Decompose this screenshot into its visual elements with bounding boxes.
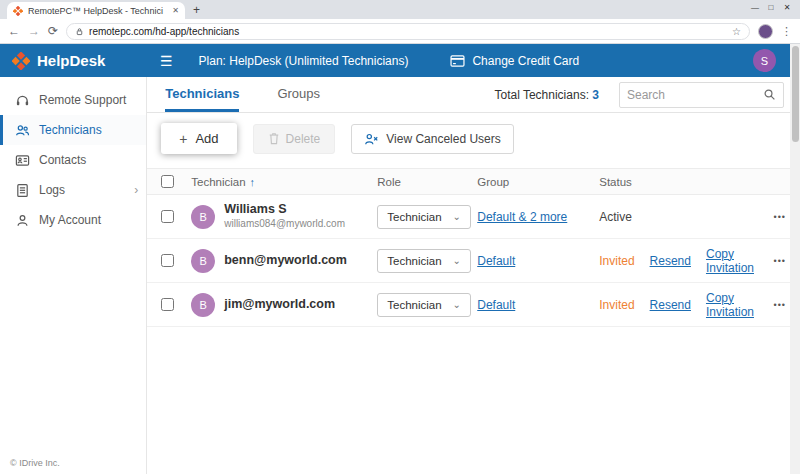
- sidebar-item-label: Technicians: [39, 123, 102, 137]
- back-icon[interactable]: ←: [8, 25, 20, 37]
- sidebar-item-my-account[interactable]: My Account: [0, 205, 146, 235]
- search-input[interactable]: [627, 88, 757, 102]
- minimize-button[interactable]: —: [747, 1, 763, 15]
- role-dropdown[interactable]: Technician⌄: [377, 249, 471, 273]
- group-link[interactable]: Default & 2 more: [477, 210, 567, 224]
- main-content: Technicians Groups Total Technicians: 3: [147, 77, 800, 474]
- delete-button[interactable]: Delete: [253, 124, 336, 154]
- forward-icon[interactable]: →: [28, 25, 40, 37]
- window-controls: — □ ✕: [747, 1, 795, 15]
- avatar: B: [191, 293, 215, 317]
- technician-name: Williams S: [224, 202, 345, 218]
- technician-cell: B jim@myworld.com: [191, 293, 377, 317]
- view-canceled-users-button[interactable]: View Canceled Users: [351, 124, 514, 154]
- tab-groups[interactable]: Groups: [277, 77, 320, 112]
- row-menu-icon[interactable]: •••: [754, 256, 794, 266]
- logs-icon: [15, 183, 30, 198]
- chevron-right-icon: ›: [134, 183, 138, 197]
- browser-menu-icon[interactable]: ⋮: [781, 25, 792, 38]
- role-dropdown[interactable]: Technician⌄: [377, 293, 471, 317]
- row-checkbox[interactable]: [161, 254, 174, 267]
- sort-asc-icon[interactable]: ↑: [250, 176, 256, 188]
- browser-profile-avatar[interactable]: [758, 24, 773, 39]
- sidebar-item-label: Contacts: [39, 153, 86, 167]
- maximize-button[interactable]: □: [763, 1, 779, 15]
- table-row: B Williams S williams084@myworld.com Tec…: [147, 195, 800, 239]
- page-scrollbar: [790, 44, 800, 474]
- total-label: Total Technicians:: [494, 88, 589, 102]
- resend-link[interactable]: Resend: [650, 254, 691, 268]
- technician-cell: B Williams S williams084@myworld.com: [191, 202, 377, 230]
- table-header: Technician↑ Role Group Status: [147, 168, 800, 195]
- view-canceled-label: View Canceled Users: [386, 132, 501, 146]
- delete-label: Delete: [286, 132, 321, 146]
- sidebar-item-contacts[interactable]: Contacts: [0, 145, 146, 175]
- select-all-checkbox[interactable]: [161, 175, 174, 188]
- url-text: remotepc.com/hd-app/technicians: [89, 26, 727, 37]
- bookmark-star-icon[interactable]: ☆: [732, 26, 741, 37]
- sidebar-item-label: Logs: [39, 183, 65, 197]
- brand: HelpDesk: [0, 52, 148, 70]
- tabs-right: Total Technicians: 3: [494, 77, 800, 112]
- add-label: Add: [195, 131, 218, 146]
- plus-icon: +: [179, 132, 187, 146]
- search-icon[interactable]: [763, 88, 776, 101]
- chevron-down-icon: ⌄: [453, 302, 461, 308]
- col-technician[interactable]: Technician↑: [191, 176, 377, 188]
- tab-technicians[interactable]: Technicians: [165, 77, 239, 112]
- change-credit-card-button[interactable]: Change Credit Card: [450, 54, 579, 68]
- role-value: Technician: [387, 255, 441, 267]
- browser-tab[interactable]: RemotePC™ HelpDesk - Technici ✕: [7, 2, 185, 19]
- hamburger-menu-icon[interactable]: ☰: [160, 54, 173, 68]
- add-button[interactable]: + Add: [161, 123, 236, 154]
- technicians-icon: [15, 123, 30, 138]
- sidebar-item-label: Remote Support: [39, 93, 126, 107]
- status-text: Invited: [599, 254, 634, 268]
- copy-invitation-link[interactable]: Copy Invitation: [706, 247, 754, 275]
- new-tab-button[interactable]: +: [193, 3, 200, 17]
- browser-tabstrip: RemotePC™ HelpDesk - Technici ✕ + — □ ✕: [0, 0, 800, 19]
- account-avatar[interactable]: S: [753, 49, 776, 72]
- close-button[interactable]: ✕: [779, 1, 795, 15]
- table-row: B jim@myworld.com Technician⌄ Default In…: [147, 283, 800, 327]
- row-checkbox[interactable]: [161, 298, 174, 311]
- search-box: [619, 82, 784, 108]
- trash-icon: [268, 132, 280, 145]
- browser-window: RemotePC™ HelpDesk - Technici ✕ + — □ ✕ …: [0, 0, 800, 474]
- headset-icon: [15, 93, 30, 108]
- row-menu-icon[interactable]: •••: [754, 300, 794, 310]
- copy-invitation-link[interactable]: Copy Invitation: [706, 291, 754, 319]
- role-dropdown[interactable]: Technician⌄: [377, 205, 471, 229]
- copyright: © IDrive Inc.: [10, 458, 60, 468]
- refresh-icon[interactable]: ⟳: [48, 25, 58, 37]
- sidebar-item-remote-support[interactable]: Remote Support: [0, 85, 146, 115]
- row-checkbox[interactable]: [161, 210, 174, 223]
- col-group: Group: [477, 176, 599, 188]
- address-bar[interactable]: remotepc.com/hd-app/technicians ☆: [66, 23, 750, 40]
- status-text: Invited: [599, 298, 634, 312]
- scrollbar-thumb[interactable]: [792, 46, 799, 142]
- technician-name: benn@myworld.com: [224, 253, 347, 269]
- role-value: Technician: [387, 211, 441, 223]
- chevron-down-icon: ⌄: [453, 258, 461, 264]
- brand-name: HelpDesk: [37, 52, 105, 69]
- helpdesk-app: HelpDesk ☰ Plan: HelpDesk (Unlimited Tec…: [0, 44, 800, 474]
- row-menu-icon[interactable]: •••: [754, 212, 794, 222]
- helpdesk-logo-icon: [12, 52, 30, 70]
- group-link[interactable]: Default: [477, 298, 515, 312]
- total-value: 3: [592, 88, 599, 102]
- tab-close-icon[interactable]: ✕: [172, 6, 179, 15]
- group-link[interactable]: Default: [477, 254, 515, 268]
- browser-toolbar: ← → ⟳ remotepc.com/hd-app/technicians ☆ …: [0, 19, 800, 44]
- technician-name: jim@myworld.com: [224, 297, 335, 313]
- sidebar: Remote Support Technicians Contacts Logs…: [0, 77, 147, 474]
- content-tabs: Technicians Groups Total Technicians: 3: [147, 77, 800, 113]
- technician-cell: B benn@myworld.com: [191, 249, 377, 273]
- sidebar-item-logs[interactable]: Logs ›: [0, 175, 146, 205]
- app-body: Remote Support Technicians Contacts Logs…: [0, 77, 800, 474]
- account-icon: [15, 213, 30, 228]
- sidebar-item-label: My Account: [39, 213, 101, 227]
- canceled-user-icon: [364, 132, 379, 146]
- resend-link[interactable]: Resend: [650, 298, 691, 312]
- sidebar-item-technicians[interactable]: Technicians: [0, 115, 146, 145]
